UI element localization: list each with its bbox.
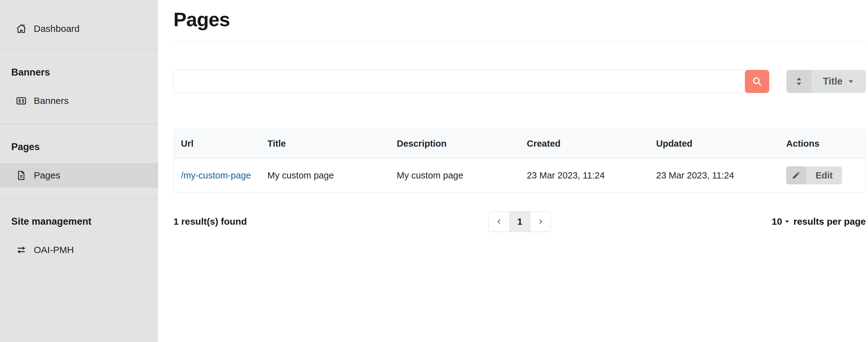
sidebar-section-site-management: Site management OAI-PMH	[0, 198, 158, 273]
sidebar-section-header: Site management	[0, 216, 158, 227]
sidebar-section-banners: Banners Banners	[0, 49, 158, 124]
per-page-suffix: results per page	[793, 216, 866, 227]
banners-icon	[16, 95, 27, 106]
caret-down-icon	[847, 78, 855, 85]
per-page-value: 10	[772, 216, 782, 227]
chevron-right-icon	[537, 218, 544, 225]
search-icon	[752, 76, 763, 87]
sort-control: Title	[786, 70, 866, 93]
page-description-cell: My custom page	[390, 158, 520, 193]
sidebar-section-dashboard: Dashboard	[0, 0, 158, 49]
page-title: Pages	[174, 8, 866, 31]
toolbar: Title	[174, 70, 866, 93]
table-header-row: Url Title Description Created Updated Ac…	[174, 129, 866, 158]
page-url-link[interactable]: /my-custom-page	[181, 170, 251, 180]
sort-field-dropdown[interactable]: Title	[811, 70, 866, 93]
pages-table: Url Title Description Created Updated Ac…	[174, 129, 866, 193]
table-row: /my-custom-page My custom page My custom…	[174, 158, 866, 193]
sidebar-item-banners[interactable]: Banners	[0, 89, 158, 113]
list-footer: 1 result(s) found 1 10 results per	[174, 211, 866, 232]
transfer-arrows-icon	[16, 244, 27, 255]
sidebar-item-oai-pmh[interactable]: OAI-PMH	[0, 238, 158, 262]
pagination-next-button[interactable]	[530, 212, 551, 232]
pencil-icon	[786, 166, 806, 184]
column-header-url: Url	[174, 129, 260, 158]
column-header-title: Title	[260, 129, 390, 158]
results-per-page: 10 results per page	[772, 216, 866, 227]
title-divider	[174, 41, 866, 41]
edit-button-label: Edit	[806, 166, 842, 184]
search-input[interactable]	[174, 70, 747, 93]
sidebar: Dashboard Banners Banners Pages Pages Si…	[0, 0, 158, 342]
caret-down-icon	[784, 218, 790, 225]
sidebar-item-dashboard[interactable]: Dashboard	[0, 16, 158, 41]
pagination: 1	[488, 211, 551, 232]
sidebar-item-label: Pages	[34, 170, 60, 181]
page-updated-cell: 23 Mar 2023, 11:24	[649, 158, 779, 193]
column-header-description: Description	[390, 129, 520, 158]
per-page-dropdown[interactable]: 10	[772, 216, 790, 227]
sidebar-section-header: Pages	[0, 141, 158, 152]
sort-field-label: Title	[823, 76, 842, 87]
sidebar-item-label: Banners	[34, 96, 69, 106]
main-content: Pages Title	[158, 0, 868, 342]
sidebar-item-pages[interactable]: Pages	[0, 163, 158, 187]
edit-button[interactable]: Edit	[786, 166, 842, 184]
chevron-left-icon	[495, 218, 503, 225]
page-created-cell: 23 Mar 2023, 11:24	[520, 158, 649, 193]
column-header-updated: Updated	[649, 129, 779, 158]
sidebar-section-pages: Pages Pages	[0, 124, 158, 198]
search-button[interactable]	[745, 70, 769, 93]
search-group	[174, 70, 769, 93]
home-icon	[16, 23, 27, 34]
pagination-prev-button[interactable]	[489, 212, 509, 232]
sort-direction-button[interactable]	[786, 70, 811, 93]
pages-icon	[16, 170, 27, 181]
sidebar-item-label: OAI-PMH	[34, 245, 74, 255]
sidebar-section-header: Banners	[0, 67, 158, 78]
page-title-cell: My custom page	[260, 158, 390, 193]
results-count: 1 result(s) found	[174, 216, 247, 227]
pagination-current-page[interactable]: 1	[509, 212, 530, 232]
column-header-actions: Actions	[779, 129, 866, 158]
column-header-created: Created	[520, 129, 649, 158]
sort-direction-icon	[795, 77, 803, 86]
sidebar-item-label: Dashboard	[34, 24, 80, 34]
